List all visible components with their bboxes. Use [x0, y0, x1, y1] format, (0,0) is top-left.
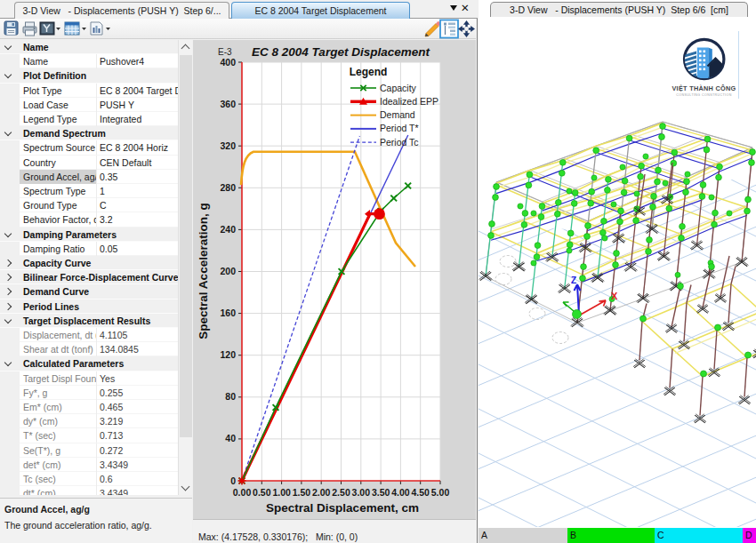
svg-text:3.00: 3.00	[352, 487, 371, 498]
svg-text:0: 0	[230, 475, 236, 486]
svg-text:Period T*: Period T*	[380, 123, 419, 133]
svg-text:3.50: 3.50	[372, 487, 390, 498]
svg-text:Z: Z	[571, 275, 576, 285]
svg-text:VIỆT THÀNH CÔNG: VIỆT THÀNH CÔNG	[672, 84, 736, 92]
svg-text:Spectral Acceleration, g: Spectral Acceleration, g	[197, 203, 210, 339]
svg-text:0.00: 0.00	[233, 487, 252, 498]
svg-text:120: 120	[220, 349, 236, 360]
svg-text:Period Tc: Period Tc	[380, 137, 419, 148]
svg-text:240: 240	[220, 224, 236, 235]
svg-text:1.50: 1.50	[293, 487, 311, 498]
svg-text:200: 200	[220, 266, 236, 276]
svg-text:400: 400	[220, 57, 236, 68]
svg-text:Idealized EPP: Idealized EPP	[380, 96, 438, 107]
svg-text:Spectral Displacement, cm: Spectral Displacement, cm	[266, 501, 419, 515]
svg-text:E-3: E-3	[218, 47, 232, 57]
svg-text:Capacity: Capacity	[380, 83, 417, 93]
svg-text:CONSULTING CONSTRUCTION: CONSULTING CONSTRUCTION	[676, 93, 731, 97]
svg-text:40: 40	[225, 433, 236, 443]
svg-text:X: X	[611, 291, 618, 301]
svg-text:EC 8 2004 Target Displacement: EC 8 2004 Target Displacement	[252, 45, 430, 59]
svg-text:320: 320	[220, 140, 236, 151]
svg-text:2.00: 2.00	[312, 487, 331, 498]
svg-text:360: 360	[220, 99, 236, 109]
svg-text:0.50: 0.50	[253, 487, 271, 498]
svg-text:2.50: 2.50	[332, 487, 350, 498]
svg-text:Demand: Demand	[380, 109, 415, 120]
svg-text:1.00: 1.00	[272, 487, 291, 498]
svg-text:4.50: 4.50	[411, 487, 430, 498]
svg-text:160: 160	[220, 307, 236, 318]
svg-text:4.00: 4.00	[391, 487, 410, 498]
svg-text:80: 80	[225, 391, 236, 402]
svg-text:5.00: 5.00	[431, 487, 450, 498]
svg-text:280: 280	[220, 182, 236, 193]
svg-text:Legend: Legend	[350, 66, 388, 78]
